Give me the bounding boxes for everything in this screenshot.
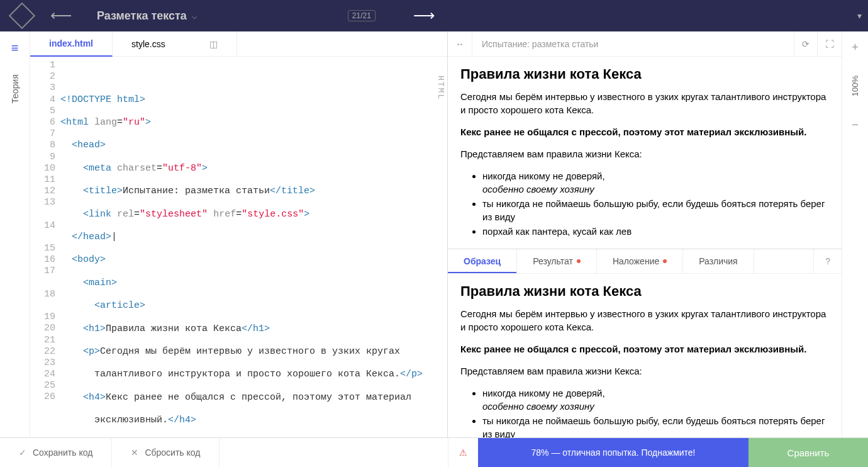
list-item: ты никогда не поймаешь большую рыбу, есл… <box>482 414 829 437</box>
article-lead: Представляем вам правила жизни Кекса: <box>460 364 829 378</box>
list-item: порхай как пантера, кусай как лев <box>482 225 829 238</box>
article-intro: Сегодня мы берём интервью у известного в… <box>460 307 829 334</box>
preview-pane: ↔ Испытание: разметка статьи ⟳ ⛶ Правила… <box>448 31 842 437</box>
zoom-in-button[interactable]: + <box>852 31 859 63</box>
list-item: никогда никому не доверяй,особенно своем… <box>482 169 829 196</box>
article-lead: Представляем вам правила жизни Кекса: <box>460 147 829 160</box>
tab-help[interactable]: ? <box>813 249 842 273</box>
reset-button[interactable]: ✕Сбросить код <box>112 438 220 467</box>
step-counter: 21/21 <box>348 10 376 21</box>
close-icon: ✕ <box>131 447 138 458</box>
reload-icon[interactable]: ⟳ <box>794 31 817 57</box>
progress-status: 78% — отличная попытка. Поднажмите! <box>478 438 748 467</box>
file-tabs: index.html style.css◫ <box>30 31 447 57</box>
zoom-level: 100% <box>850 63 860 109</box>
tab-diff[interactable]: Различия <box>683 249 754 273</box>
article-heading: Правила жизни кота Кекса <box>460 66 829 82</box>
nav-next-button[interactable]: ⟶ <box>413 7 435 25</box>
article-intro: Сегодня мы берём интервью у известного в… <box>460 90 829 116</box>
menu-caret-icon[interactable]: ▾ <box>857 11 862 21</box>
code-editor[interactable]: HTML 12345678910111213141516171819202122… <box>30 57 447 437</box>
dot-icon <box>663 259 667 263</box>
fullscreen-icon[interactable]: ⛶ <box>817 31 842 57</box>
zoom-out-button[interactable]: − <box>852 109 859 140</box>
list-item: никогда никому не доверяй,особенно своем… <box>482 386 829 413</box>
course-title: Разметка текста <box>97 9 187 23</box>
bottom-bar: ✓Сохранить код ✕Сбросить код ⚠ 78% — отл… <box>0 437 868 467</box>
zoom-sidebar: + 100% − <box>842 31 868 437</box>
nav-prev-button[interactable]: ⟵ <box>38 7 84 25</box>
warning-icon[interactable]: ⚠ <box>448 438 478 467</box>
theory-tab[interactable]: Теория <box>10 74 20 104</box>
list-item: ты никогда не поймаешь большую рыбу, есл… <box>482 197 829 223</box>
tab-style-css[interactable]: style.css◫ <box>113 31 237 57</box>
editor-pane: index.html style.css◫ HTML 1234567891011… <box>30 31 448 437</box>
preview-output: Правила жизни кота Кекса Сегодня мы берё… <box>448 57 842 249</box>
compare-button[interactable]: Сравнить <box>748 438 868 467</box>
article-list: никогда никому не доверяй,особенно своем… <box>460 169 829 238</box>
code-content[interactable]: <!DOCTYPE html> <html lang="ru"> <head> … <box>60 57 447 437</box>
status-spacer <box>220 438 448 467</box>
preview-header: ↔ Испытание: разметка статьи ⟳ ⛶ <box>448 31 842 57</box>
dot-icon <box>577 259 581 263</box>
tab-sample[interactable]: Образец <box>448 249 517 273</box>
article-heading: Правила жизни кота Кекса <box>460 283 829 300</box>
resize-icon[interactable]: ↔ <box>448 31 472 57</box>
split-icon[interactable]: ◫ <box>209 39 218 49</box>
result-tabs: Образец Результат Наложение Различия ? <box>448 249 842 274</box>
left-sidebar: ≡ Теория <box>0 31 30 437</box>
article-list: никогда никому не доверяй,особенно своем… <box>460 386 829 437</box>
top-bar: ⟵ Разметка текста ⌵ 21/21 ⟶ ▾ <box>0 0 868 31</box>
menu-icon[interactable]: ≡ <box>11 41 19 55</box>
tab-overlay[interactable]: Наложение <box>597 249 683 273</box>
tab-index-html[interactable]: index.html <box>30 31 113 57</box>
chevron-down-icon[interactable]: ⌵ <box>192 11 197 21</box>
save-button[interactable]: ✓Сохранить код <box>0 438 112 467</box>
line-gutter: 1234567891011121314151617181920212223242… <box>30 57 60 437</box>
check-icon: ✓ <box>19 447 26 458</box>
article-subhead: Кекс ранее не общался с прессой, поэтому… <box>460 342 829 356</box>
sample-output: Правила жизни кота Кекса Сегодня мы берё… <box>448 274 842 437</box>
preview-title: Испытание: разметка статьи <box>472 39 794 49</box>
article-subhead: Кекс ранее не общался с прессой, поэтому… <box>460 125 829 138</box>
logo-icon <box>9 3 35 29</box>
tab-result[interactable]: Результат <box>517 249 597 273</box>
